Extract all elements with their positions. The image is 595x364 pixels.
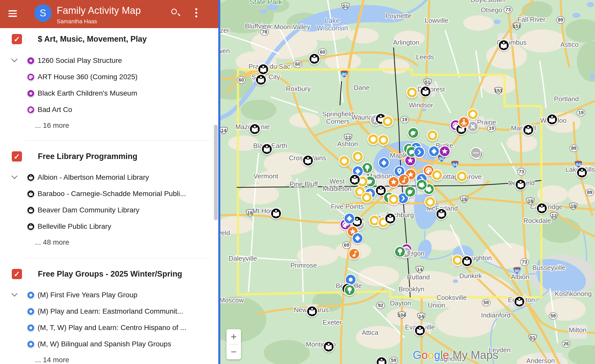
place-list-item[interactable]: (M, W) Bilingual and Spanish Play Groups: [0, 336, 218, 352]
place-list-item[interactable]: Belleville Public Library: [0, 218, 218, 235]
road-shield-18: 18: [246, 209, 254, 217]
map-marker-tree[interactable]: [395, 246, 405, 257]
map-marker-dots[interactable]: [471, 147, 481, 158]
map-marker-ring[interactable]: [368, 134, 379, 145]
svg-text:26: 26: [563, 341, 569, 346]
svg-text:60: 60: [295, 61, 300, 67]
place-list-item[interactable]: Albion - Albertson Memorial Library: [0, 169, 218, 186]
map-label: Moscow: [220, 296, 244, 304]
place-list-item[interactable]: 1260 Social Play Structure: [0, 52, 218, 69]
map-marker-music[interactable]: [398, 174, 409, 185]
place-list-item[interactable]: (M, T, W) Play and Learn: Centro Hispano…: [0, 320, 218, 336]
map-label: Otsego: [481, 6, 502, 14]
place-list-item[interactable]: Black Earth Children's Museum: [0, 85, 218, 101]
map-marker-ring[interactable]: [432, 170, 442, 180]
map-marker-ring[interactable]: [456, 171, 467, 182]
svg-text:19: 19: [402, 117, 407, 122]
map-marker-ring[interactable]: [427, 130, 438, 141]
map-marker-ring[interactable]: [382, 116, 393, 127]
map-marker-book[interactable]: [547, 114, 557, 125]
place-list-item[interactable]: ART House 360 (Coming 2025): [0, 69, 218, 85]
layer-checkbox[interactable]: ✓: [12, 151, 22, 162]
map-label: Dayton: [390, 299, 411, 307]
map-canvas[interactable]: State ParkBluffviewMoon ValleyLakeWiscon…: [220, 0, 595, 364]
map-marker-ring[interactable]: [467, 109, 478, 120]
map-marker-diamond[interactable]: [344, 213, 355, 224]
map-marker-book[interactable]: [349, 174, 360, 185]
layer-checkbox[interactable]: ✓: [12, 269, 22, 279]
map-marker-star[interactable]: [439, 146, 450, 157]
place-list-item[interactable]: Baraboo - Carnegie-Schadde Memorial Publ…: [0, 186, 218, 202]
map-marker-bird[interactable]: [408, 128, 419, 138]
map-marker-ring[interactable]: [425, 197, 436, 207]
map-label: Roxbury: [286, 85, 311, 93]
map-marker-book[interactable]: [415, 325, 425, 336]
place-list-item[interactable]: Beaver Dam Community Library: [0, 202, 218, 218]
place-list-item[interactable]: (M) First Five Years Play Group: [0, 287, 218, 303]
map-marker-book[interactable]: [249, 124, 260, 134]
map-marker-book[interactable]: [376, 357, 387, 364]
map-marker-book[interactable]: [523, 124, 534, 135]
map-marker-book[interactable]: [271, 208, 281, 219]
map-marker-book[interactable]: [536, 203, 547, 214]
map-label: State Park: [250, 0, 282, 6]
show-more-link[interactable]: ... 16 more: [0, 118, 218, 133]
show-more-link[interactable]: ... 48 more: [0, 235, 218, 250]
map-marker-chevron[interactable]: [414, 147, 425, 157]
map-marker-ring[interactable]: [378, 135, 389, 145]
map-label: Dunkirk: [459, 272, 482, 280]
map-marker-star[interactable]: [388, 177, 399, 187]
map-marker-book[interactable]: [261, 144, 272, 154]
map-marker-ring[interactable]: [388, 194, 399, 205]
map-marker-book[interactable]: [303, 155, 313, 166]
map-marker-book[interactable]: [577, 167, 587, 178]
map-marker-music[interactable]: [349, 248, 360, 259]
map-marker-book[interactable]: [307, 306, 317, 317]
map-marker-book[interactable]: [258, 64, 269, 75]
map-marker-yoga[interactable]: [459, 117, 469, 128]
place-list-item[interactable]: Bad Art Co: [0, 101, 218, 118]
map-marker-book[interactable]: [323, 341, 334, 352]
svg-text:151: 151: [513, 24, 521, 29]
place-label: (M) First Five Years Play Group: [38, 291, 138, 299]
map-marker-book[interactable]: [462, 256, 472, 267]
zoom-in-button[interactable]: +: [226, 329, 241, 344]
show-more-link[interactable]: ... 14 more: [0, 352, 218, 364]
map-marker-book[interactable]: [514, 296, 525, 307]
map-marker-book[interactable]: [309, 53, 320, 64]
layer-checkbox[interactable]: ✓: [12, 34, 22, 44]
road-shield-151: 151: [494, 87, 502, 94]
zoom-out-button[interactable]: −: [226, 345, 241, 359]
map-marker-diamond[interactable]: [379, 157, 389, 168]
map-marker-ring[interactable]: [361, 192, 372, 203]
map-label: Busseyville: [532, 264, 566, 271]
map-marker-book[interactable]: [436, 209, 447, 219]
map-marker-ring[interactable]: [352, 151, 363, 162]
map-marker-ring[interactable]: [339, 156, 350, 166]
sidebar-scrollbar[interactable]: [214, 125, 218, 220]
avatar[interactable]: S: [34, 4, 52, 22]
layer-header[interactable]: ✓$ Art, Music, Movement, Play: [0, 34, 218, 44]
map-label: veld: [220, 229, 230, 237]
map-marker-diamond[interactable]: [429, 146, 439, 157]
map-marker-book[interactable]: [420, 86, 431, 97]
map-marker-book[interactable]: [515, 179, 526, 190]
place-label: Albion - Albertson Memorial Library: [38, 173, 149, 181]
more-vert-icon[interactable]: [191, 7, 202, 18]
map-marker-bird[interactable]: [405, 186, 416, 197]
diamond-icon: [27, 324, 35, 332]
zoom-controls: + −: [226, 329, 241, 359]
place-list-item[interactable]: (M) Play and Learn: Eastmorland Communit…: [0, 303, 218, 320]
layer-header[interactable]: ✓Free Library Programming: [0, 151, 218, 162]
map-label: Ashton: [337, 140, 358, 148]
map-marker-ring[interactable]: [407, 87, 417, 98]
menu-icon[interactable]: [8, 10, 17, 17]
map-marker-diamond[interactable]: [352, 233, 363, 244]
map-marker-book[interactable]: [256, 74, 266, 85]
map-marker-brain[interactable]: [416, 179, 427, 190]
map-marker-book[interactable]: [385, 213, 396, 224]
map-marker-tree[interactable]: [344, 285, 355, 295]
map-marker-book[interactable]: [498, 40, 509, 51]
search-icon[interactable]: [170, 7, 181, 18]
layer-header[interactable]: ✓Free Play Groups - 2025 Winter/Spring: [0, 269, 218, 279]
